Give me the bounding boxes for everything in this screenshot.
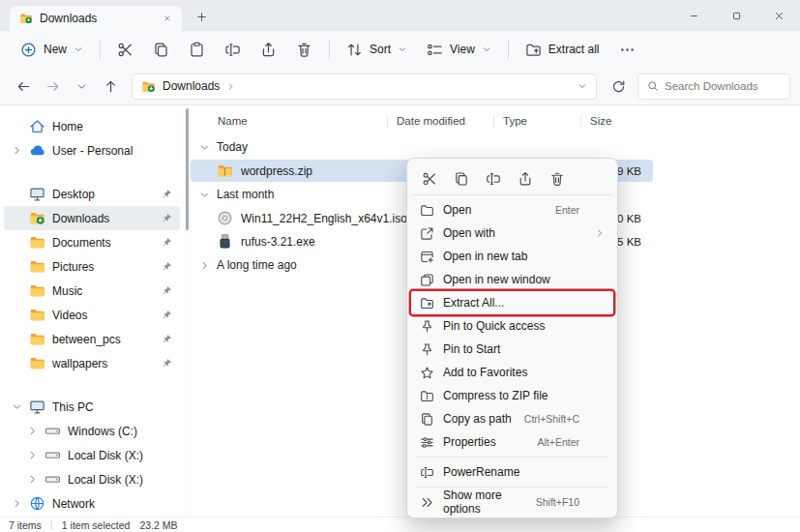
sidebar-item-videos[interactable]: Videos xyxy=(4,303,180,327)
cut-icon xyxy=(422,171,437,187)
sort-button[interactable]: Sort xyxy=(338,35,416,64)
sidebar-item-local-disk-x-2[interactable]: Local Disk (X:) xyxy=(19,467,180,491)
sidebar-item-downloads[interactable]: Downloads xyxy=(4,206,180,230)
file-name: rufus-3.21.exe xyxy=(241,235,315,249)
menu-item-add-to-favorites[interactable]: Add to Favorites xyxy=(411,361,613,384)
plus-icon xyxy=(196,12,207,22)
share-button[interactable] xyxy=(252,35,285,64)
minimize-button[interactable] xyxy=(672,0,715,31)
menu-item-open-in-new-tab[interactable]: Open in new tab xyxy=(411,245,613,268)
sidebar-item-wallpapers[interactable]: wallpapers xyxy=(4,351,180,375)
sidebar-item-user-personal[interactable]: User - Personal xyxy=(4,138,180,163)
globe-icon xyxy=(29,495,45,512)
sidebar-item-home[interactable]: Home xyxy=(4,114,180,138)
menu-item-pin-to-quick-access[interactable]: Pin to Quick access xyxy=(411,314,613,338)
menu-item-compress-to-zip[interactable]: Compress to ZIP file xyxy=(411,384,613,407)
menu-item-properties[interactable]: Properties Alt+Enter xyxy=(411,430,613,454)
sidebar-item-local-disk-x-1[interactable]: Local Disk (X:) xyxy=(19,443,180,467)
sidebar-item-network[interactable]: Network xyxy=(4,491,180,516)
scrollbar-thumb[interactable] xyxy=(186,108,189,230)
menu-item-show-more-options[interactable]: Show more options Shift+F10 xyxy=(411,490,613,514)
rename-button[interactable] xyxy=(481,166,506,192)
forward-button[interactable] xyxy=(39,73,66,100)
tab-close-button[interactable] xyxy=(159,10,176,27)
sort-icon xyxy=(346,42,363,58)
menu-item-pin-to-start[interactable]: Pin to Start xyxy=(411,338,613,361)
column-header-name[interactable]: Name xyxy=(218,115,248,127)
chevron-right-icon[interactable] xyxy=(12,498,22,509)
view-button[interactable]: View xyxy=(418,35,500,64)
chevron-down-icon[interactable] xyxy=(12,401,22,412)
onedrive-cloud-icon xyxy=(29,142,45,159)
menu-item-powerrename[interactable]: PowerRename xyxy=(411,460,613,484)
status-item-count: 7 items xyxy=(9,519,42,531)
trash-icon xyxy=(296,42,312,58)
menu-item-extract-all[interactable]: Extract All... xyxy=(411,291,613,314)
file-explorer-window: Downloads New Sort View xyxy=(0,0,800,532)
window-controls xyxy=(672,0,800,31)
column-header-type[interactable]: Type xyxy=(503,115,527,127)
chevron-right-icon[interactable] xyxy=(27,450,38,460)
menu-item-copy-as-path[interactable]: Copy as path Ctrl+Shift+C xyxy=(411,407,613,430)
menu-item-label: Copy as path xyxy=(443,412,512,426)
sidebar-item-windows-c[interactable]: Windows (C:) xyxy=(19,419,180,443)
column-header-date-modified[interactable]: Date modified xyxy=(397,115,465,127)
more-options-button[interactable] xyxy=(610,35,644,64)
sidebar-item-between-pcs[interactable]: between_pcs xyxy=(4,327,180,351)
chevron-right-icon[interactable] xyxy=(27,474,38,485)
delete-button[interactable] xyxy=(287,35,321,64)
copy-icon xyxy=(153,42,169,58)
rename-icon xyxy=(486,171,501,187)
chevron-right-icon[interactable] xyxy=(12,145,22,156)
column-header-size[interactable]: Size xyxy=(590,115,611,127)
menu-shortcut: Alt+Enter xyxy=(538,436,579,448)
disc-image-icon xyxy=(217,210,233,226)
powerrename-icon xyxy=(420,465,434,480)
refresh-button[interactable] xyxy=(605,73,632,100)
menu-item-open[interactable]: Open Enter xyxy=(411,198,613,222)
copy-button[interactable] xyxy=(449,166,474,192)
menu-item-open-in-new-window[interactable]: Open in new window xyxy=(411,268,613,291)
cut-button[interactable] xyxy=(417,166,442,192)
menu-item-open-with[interactable]: Open with xyxy=(411,222,613,245)
paste-button[interactable] xyxy=(180,35,214,64)
sidebar-scrollbar[interactable] xyxy=(184,106,191,517)
address-box[interactable]: Downloads xyxy=(132,74,597,100)
recent-locations-button[interactable] xyxy=(68,73,95,100)
copy-button[interactable] xyxy=(144,35,178,64)
copy-path-icon xyxy=(420,412,434,427)
home-icon xyxy=(29,118,45,134)
maximize-button[interactable] xyxy=(715,0,757,31)
group-label: Today xyxy=(217,140,248,154)
share-button[interactable] xyxy=(513,166,538,192)
new-tab-button[interactable] xyxy=(190,5,213,28)
rename-button[interactable] xyxy=(216,35,250,64)
chevron-down-icon[interactable] xyxy=(578,81,587,91)
title-bar: Downloads xyxy=(0,0,800,31)
close-icon xyxy=(774,11,785,21)
folder-icon xyxy=(29,307,45,323)
search-input[interactable] xyxy=(665,80,781,92)
breadcrumb[interactable]: Downloads xyxy=(163,79,220,93)
tab-downloads[interactable]: Downloads xyxy=(10,6,182,31)
new-button[interactable]: New xyxy=(12,35,92,64)
up-button[interactable] xyxy=(97,73,124,100)
sidebar-item-label: Windows (C:) xyxy=(68,425,137,438)
cut-button[interactable] xyxy=(108,35,142,64)
sidebar-item-label: User - Personal xyxy=(52,144,133,158)
extract-all-button[interactable]: Extract all xyxy=(517,35,608,64)
sidebar-item-label: between_pcs xyxy=(52,333,121,346)
group-header-today[interactable]: Today xyxy=(191,135,653,159)
sidebar-item-pictures[interactable]: Pictures xyxy=(4,254,180,279)
back-button[interactable] xyxy=(10,73,37,100)
sidebar-item-music[interactable]: Music xyxy=(4,279,180,303)
chevron-right-icon[interactable] xyxy=(27,426,38,436)
minimize-icon xyxy=(689,11,699,21)
new-button-label: New xyxy=(44,43,67,56)
sidebar-item-documents[interactable]: Documents xyxy=(4,230,180,254)
sidebar-item-this-pc[interactable]: This PC xyxy=(4,395,180,419)
close-button[interactable] xyxy=(757,0,800,31)
delete-button[interactable] xyxy=(545,166,570,192)
menu-item-label: Open in new window xyxy=(443,273,550,286)
sidebar-item-desktop[interactable]: Desktop xyxy=(4,182,180,206)
